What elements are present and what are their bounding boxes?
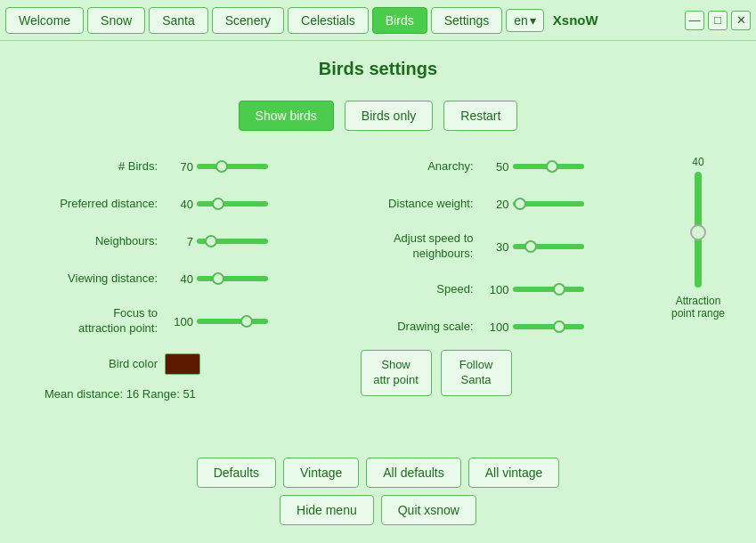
hide-menu-button[interactable]: Hide menu [280,495,374,525]
neighbours-value: 7 [165,235,193,248]
speed-thumb[interactable] [553,283,565,296]
app-title: XsnoW [553,12,598,28]
birds-count-slider[interactable] [197,164,268,169]
anarchy-slider[interactable] [513,164,584,169]
birds-count-value: 70 [165,160,193,174]
drawing-scale-row: Drawing scale: 100 [343,312,659,341]
birds-count-row: # Birds: 70 [27,152,343,181]
tab-settings[interactable]: Settings [431,7,503,34]
distance-weight-row: Distance weight: 20 [343,190,659,218]
preferred-distance-thumb[interactable] [212,198,224,210]
viewing-distance-slider[interactable] [197,276,268,281]
anarchy-value: 50 [481,160,509,174]
bird-color-swatch[interactable] [165,353,200,375]
drawing-scale-thumb[interactable] [553,320,565,333]
viewing-distance-label: Viewing distance: [27,272,165,287]
distance-weight-slider[interactable] [513,201,584,207]
anarchy-thumb[interactable] [546,160,558,173]
left-settings-column: # Birds: 70 Preferred distance: 40 Neigh… [27,152,343,401]
viewing-distance-thumb[interactable] [212,272,224,285]
preferred-distance-row: Preferred distance: 40 [27,190,343,218]
tab-scenery[interactable]: Scenery [212,7,284,34]
all-vintage-button[interactable]: All vintage [468,458,560,488]
minimize-button[interactable]: — [685,11,704,30]
neighbours-slider[interactable] [197,239,268,244]
language-selector[interactable]: en ▾ [506,9,544,32]
show-birds-button[interactable]: Show birds [239,101,334,131]
viewing-distance-row: Viewing distance: 40 [27,264,343,293]
neighbours-label: Neighbours: [27,234,165,249]
bird-color-label: Bird color [27,357,165,372]
bottom-row-1: Defaults Vintage All defaults All vintag… [197,458,560,488]
anarchy-label: Anarchy: [343,159,481,174]
neighbours-thumb[interactable] [205,235,217,247]
bottom-row-2: Hide menu Quit xsnow [280,495,476,525]
adjust-speed-slider[interactable] [513,244,584,249]
birds-count-label: # Birds: [27,159,165,174]
quit-xsnow-button[interactable]: Quit xsnow [381,495,476,525]
close-button[interactable]: ✕ [731,11,751,30]
anarchy-row: Anarchy: 50 [343,152,659,181]
tab-celestials[interactable]: Celestials [288,7,369,34]
main-content: Birds settings Show birds Birds only Res… [0,41,756,543]
right-settings-column: Anarchy: 50 Distance weight: 20 Adjust s… [343,152,659,401]
preferred-distance-label: Preferred distance: [27,197,165,212]
vertical-slider-bottom-label: Attractionpoint range [671,295,725,320]
focus-attraction-value: 100 [165,315,193,328]
drawing-scale-slider[interactable] [513,324,584,329]
preferred-distance-slider[interactable] [197,201,268,207]
adjust-speed-label: Adjust speed toneighbours: [343,231,481,262]
adjust-speed-value: 30 [481,240,509,254]
vintage-button[interactable]: Vintage [283,458,359,488]
drawing-scale-label: Drawing scale: [343,320,481,335]
lang-label: en [514,13,528,28]
attr-buttons: Showattr point FollowSanta [361,350,659,396]
defaults-button[interactable]: Defaults [197,458,276,488]
birds-count-thumb[interactable] [215,160,228,173]
focus-attraction-slider[interactable] [197,319,268,324]
tab-welcome[interactable]: Welcome [5,7,84,34]
focus-attraction-thumb[interactable] [240,315,253,328]
distance-weight-thumb[interactable] [514,198,526,210]
page-title: Birds settings [27,59,729,79]
maximize-button[interactable]: □ [708,11,728,30]
speed-value: 100 [481,283,509,296]
chevron-down-icon: ▾ [530,13,536,28]
neighbours-row: Neighbours: 7 [27,227,343,255]
speed-row: Speed: 100 [343,275,659,304]
titlebar: Welcome Snow Santa Scenery Celestials Bi… [0,0,756,41]
vertical-slider[interactable] [695,172,702,288]
vertical-slider-container: 40 Attractionpoint range [667,152,729,320]
tab-santa[interactable]: Santa [149,7,208,34]
preferred-distance-value: 40 [165,198,193,211]
distance-weight-label: Distance weight: [343,197,481,212]
adjust-speed-thumb[interactable] [524,240,537,253]
follow-santa-button[interactable]: FollowSanta [441,350,512,396]
birds-only-button[interactable]: Birds only [345,101,433,131]
focus-attraction-row: Focus toattraction point: 100 [27,302,343,341]
bird-color-row: Bird color [27,350,343,378]
mean-distance: Mean distance: 16 Range: 51 [45,387,343,401]
viewing-distance-value: 40 [165,272,193,286]
distance-weight-value: 20 [481,198,509,211]
adjust-speed-row: Adjust speed toneighbours: 30 [343,227,659,266]
focus-attraction-label: Focus toattraction point: [27,306,165,336]
window-controls: — □ ✕ [685,11,751,30]
drawing-scale-value: 100 [481,320,509,334]
tab-snow[interactable]: Snow [87,7,145,34]
restart-button[interactable]: Restart [443,101,517,131]
top-buttons: Show birds Birds only Restart [27,101,729,131]
speed-label: Speed: [343,282,481,297]
all-defaults-button[interactable]: All defaults [366,458,460,488]
tab-birds[interactable]: Birds [372,7,427,34]
show-attr-point-button[interactable]: Showattr point [361,350,432,396]
bottom-buttons: Defaults Vintage All defaults All vintag… [0,458,756,525]
speed-slider[interactable] [513,287,584,292]
settings-area: # Birds: 70 Preferred distance: 40 Neigh… [27,152,729,401]
vertical-slider-value-label: 40 [692,156,703,168]
vertical-slider-thumb[interactable] [690,224,706,240]
